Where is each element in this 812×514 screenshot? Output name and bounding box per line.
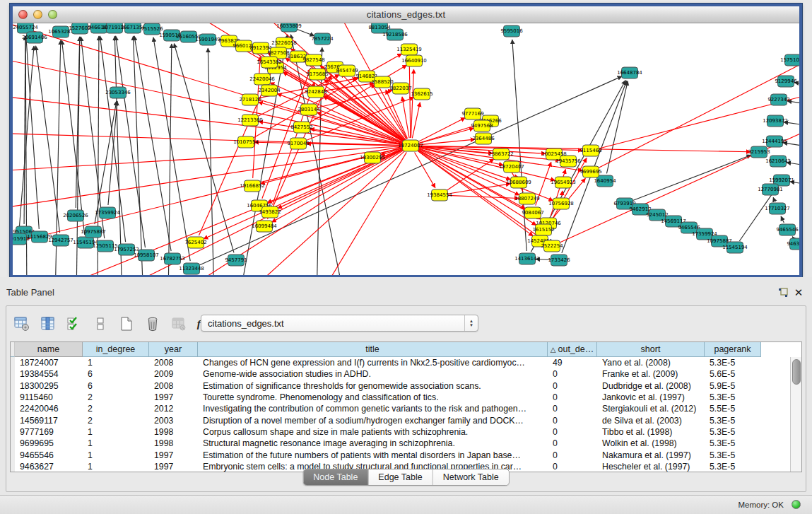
graph-node[interactable]: 12093872 xyxy=(763,115,788,127)
table-cell[interactable]: 9463627 xyxy=(15,461,83,472)
table-cell[interactable]: Dudbridge et al. (2008) xyxy=(597,380,705,392)
graph-node[interactable]: 1493822 xyxy=(259,206,281,218)
table-cell[interactable]: 0 xyxy=(548,368,597,380)
column-header-short[interactable]: short xyxy=(597,342,705,357)
graph-node[interactable]: 20206526 xyxy=(63,210,88,221)
table-cell[interactable]: 0 xyxy=(548,449,597,460)
graph-node[interactable]: 9129946 xyxy=(775,76,797,87)
table-cell[interactable]: 2008 xyxy=(149,357,198,368)
graph-node[interactable]: 8454749 xyxy=(336,65,358,76)
graph-node[interactable]: 9170049 xyxy=(287,138,309,149)
table-cell[interactable]: Nakamura et al. (1997) xyxy=(597,449,705,460)
table-row[interactable]: 1456911722003Disruption of a novel membe… xyxy=(11,414,761,426)
column-header-in-degree[interactable]: in_degree xyxy=(83,342,149,357)
graph-node[interactable]: 9465546 xyxy=(776,224,799,235)
graph-node[interactable]: 7857224 xyxy=(311,33,334,45)
table-row[interactable]: 969969511998Structural magnetic resonanc… xyxy=(11,438,761,449)
table-cell[interactable]: 5.9E-5 xyxy=(705,380,761,392)
table-cell[interactable]: 1 xyxy=(83,438,149,449)
graph-node[interactable]: 12444195 xyxy=(762,136,787,147)
graph-node[interactable]: 2364486 xyxy=(472,133,495,144)
graph-node[interactable]: 2522254 xyxy=(541,240,563,252)
tab-node-table[interactable]: Node Table xyxy=(303,469,368,485)
table-cell[interactable]: Franke et al. (2009) xyxy=(597,368,705,380)
graph-node[interactable]: 14136141 xyxy=(514,253,540,264)
table-row[interactable]: 946554611997Estimation of the future num… xyxy=(11,449,761,460)
graph-node[interactable]: 9497568 xyxy=(471,120,493,132)
table-cell[interactable]: 2003 xyxy=(149,414,198,426)
table-cell[interactable]: Tibbo et al. (1998) xyxy=(597,426,705,438)
table-cell[interactable]: 6 xyxy=(83,380,149,392)
table-cell[interactable]: Disruption of a novel member of a sodium… xyxy=(198,414,548,426)
table-row[interactable]: 911546021997Tourette syndrome. Phenomeno… xyxy=(11,392,761,403)
graph-node[interactable]: 17359924 xyxy=(95,207,120,218)
table-cell[interactable]: 9115460 xyxy=(15,392,83,403)
table-cell[interactable]: 22420046 xyxy=(15,403,83,414)
tab-edge-table[interactable]: Edge Table xyxy=(368,469,433,485)
scrollbar-thumb[interactable] xyxy=(792,359,801,385)
table-cell[interactable]: 5.3E-5 xyxy=(705,461,761,472)
graph-node[interactable]: 19384554 xyxy=(427,189,452,201)
table-cell[interactable]: 6 xyxy=(83,368,149,380)
table-cell[interactable]: 2012 xyxy=(149,403,198,414)
table-row[interactable]: 1872400712008Changes of HCN gene express… xyxy=(11,357,761,368)
network-canvas[interactable]: 1872400724055724206914061065328715276029… xyxy=(13,23,799,275)
graph-node[interactable]: 8822037 xyxy=(389,83,411,94)
table-cell[interactable]: 5.3E-5 xyxy=(705,357,761,368)
table-cell[interactable]: 5.3E-5 xyxy=(705,414,761,426)
table-scrollbar[interactable] xyxy=(790,357,801,472)
table-cell[interactable]: 0 xyxy=(548,392,597,403)
table-cell[interactable]: 1997 xyxy=(149,392,198,403)
table-cell[interactable]: 2008 xyxy=(149,380,198,392)
import-table-icon[interactable] xyxy=(170,315,187,332)
table-row[interactable]: 1830029562008Estimation of significance … xyxy=(11,380,761,392)
table-cell[interactable]: 0 xyxy=(548,461,597,472)
delete-table-icon[interactable] xyxy=(144,315,161,332)
graph-node[interactable]: 16210643 xyxy=(765,156,791,167)
table-cell[interactable]: 0 xyxy=(548,438,597,449)
table-cell[interactable]: 5.3E-5 xyxy=(705,426,761,438)
table-cell[interactable]: 1 xyxy=(83,461,149,472)
graph-node[interactable]: 9115460 xyxy=(579,145,601,156)
row-selection-icon[interactable] xyxy=(66,315,83,332)
form-view-icon[interactable] xyxy=(92,315,109,332)
table-cell[interactable]: Corpus callosum shape and size in male p… xyxy=(198,426,548,438)
graph-node[interactable]: 9463627 xyxy=(787,238,799,250)
table-cell[interactable]: 2 xyxy=(83,403,149,414)
column-header-title[interactable]: title xyxy=(198,342,548,357)
table-cell[interactable]: 0 xyxy=(548,414,597,426)
table-cell[interactable]: Genome-wide association studies in ADHD. xyxy=(198,368,548,380)
table-cell[interactable]: 5.3E-5 xyxy=(705,438,761,449)
table-row[interactable]: 2242004622012Investigating the contribut… xyxy=(11,403,761,414)
column-visibility-icon[interactable] xyxy=(40,315,57,332)
column-header-year[interactable]: year xyxy=(149,342,198,357)
close-panel-icon[interactable]: ✕ xyxy=(792,286,805,299)
table-cell[interactable]: Estimation of the future numbers of pati… xyxy=(198,449,548,460)
graph-node[interactable]: 9084067 xyxy=(522,207,543,218)
table-cell[interactable]: 49 xyxy=(548,357,597,368)
table-cell[interactable]: 1998 xyxy=(149,438,198,449)
table-cell[interactable]: 1998 xyxy=(149,426,198,438)
graph-node[interactable]: 9699695 xyxy=(579,166,601,177)
table-cell[interactable]: 1 xyxy=(83,426,149,438)
table-cell[interactable]: Stergiakouli et al. (2012) xyxy=(597,403,705,414)
graph-node[interactable]: 9175685 xyxy=(306,69,328,80)
table-cell[interactable]: de Silva et al. (2003) xyxy=(597,414,705,426)
table-cell[interactable]: 1997 xyxy=(149,449,198,460)
tab-network-table[interactable]: Network Table xyxy=(433,469,509,485)
graph-node[interactable]: 8427552 xyxy=(290,122,312,133)
table-cell[interactable]: Structural magnetic resonance image aver… xyxy=(198,438,548,449)
graph-node[interactable]: 1733426 xyxy=(548,255,570,266)
table-cell[interactable]: 0 xyxy=(548,380,597,392)
graph-node[interactable]: 3215953 xyxy=(748,146,770,158)
table-cell[interactable]: 9777169 xyxy=(15,426,83,438)
graph-node[interactable]: 9827548 xyxy=(302,54,324,66)
table-cell[interactable]: Yano et al. (2008) xyxy=(597,357,705,368)
float-window-icon[interactable] xyxy=(777,286,789,299)
graph-node[interactable]: 12213360 xyxy=(237,115,263,126)
table-cell[interactable]: 2 xyxy=(83,414,149,426)
table-cell[interactable]: 1 xyxy=(83,449,149,460)
table-cell[interactable]: Jankovic et al. (1997) xyxy=(597,392,705,403)
table-cell[interactable]: 14569117 xyxy=(15,414,83,426)
table-cell[interactable]: 19384554 xyxy=(15,368,83,380)
